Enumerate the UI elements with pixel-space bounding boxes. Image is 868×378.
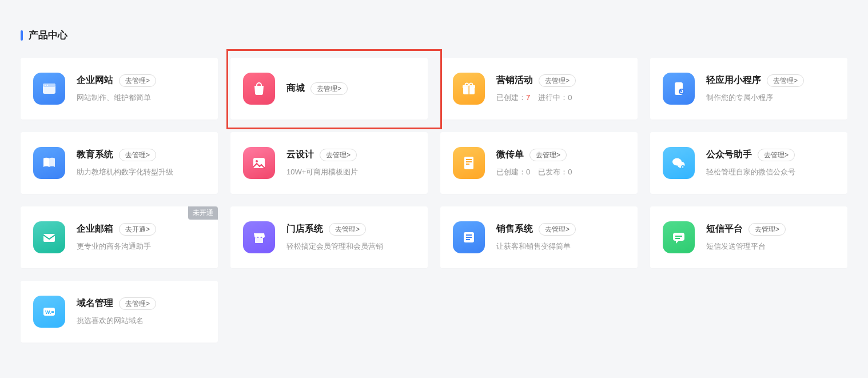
card-head: 云设计去管理> <box>286 149 415 162</box>
image-icon <box>243 147 275 179</box>
svg-rect-6 <box>468 85 470 94</box>
card-title: 营销活动 <box>496 74 533 86</box>
product-card-mail[interactable]: 未开通企业邮箱去开通>更专业的商务沟通助手 <box>21 206 218 268</box>
svg-rect-14 <box>466 161 472 162</box>
product-card-flyer[interactable]: 微传单去管理>已创建：0已发布：0 <box>440 132 638 194</box>
svg-rect-12 <box>464 157 473 169</box>
card-title: 微传单 <box>496 149 524 161</box>
card-body: 销售系统去管理>让获客和销售变得简单 <box>496 223 625 252</box>
card-body: 营销活动去管理>已创建：7进行中：0 <box>496 74 625 104</box>
manage-button[interactable]: 去管理> <box>119 297 156 311</box>
card-title: 轻应用小程序 <box>706 74 761 86</box>
card-body: 公众号助手去管理>轻松管理自家的微信公众号 <box>706 149 835 178</box>
annotation-arrow <box>0 354 868 378</box>
card-subtitle: 让获客和销售变得简单 <box>496 241 625 252</box>
manage-button[interactable]: 去管理> <box>767 74 804 87</box>
svg-point-2 <box>45 85 46 86</box>
card-body: 域名管理去管理>挑选喜欢的网站域名 <box>77 297 205 327</box>
manage-button[interactable]: 去管理> <box>529 149 567 162</box>
product-card-store[interactable]: 门店系统去管理>轻松搞定会员管理和会员营销 <box>230 206 428 268</box>
section-header: 产品中心 <box>21 29 847 42</box>
card-subtitle: 10W+可商用模板图片 <box>286 167 415 177</box>
card-subtitle: 轻松管理自家的微信公众号 <box>706 167 835 177</box>
title-accent-bar <box>21 30 23 41</box>
manage-button[interactable]: 去管理> <box>539 223 576 236</box>
card-head: 企业邮箱去开通> <box>77 223 205 236</box>
product-card-marketing[interactable]: 营销活动去管理>已创建：7进行中：0 <box>440 58 638 120</box>
product-card-domain[interactable]: W.=域名管理去管理>挑选喜欢的网站域名 <box>21 281 218 343</box>
product-card-wechat[interactable]: 公众号助手去管理>轻松管理自家的微信公众号 <box>650 132 847 194</box>
gift-icon <box>453 73 485 105</box>
stat-item: 已创建：7 <box>496 93 530 103</box>
svg-text:W.=: W.= <box>45 309 54 315</box>
stat-value: 7 <box>526 93 530 102</box>
manage-button[interactable]: 去管理> <box>539 74 576 87</box>
manage-button[interactable]: 去管理> <box>119 149 156 162</box>
svg-rect-22 <box>466 234 472 236</box>
book-icon <box>33 147 65 179</box>
product-card-shop[interactable]: 商城去管理> <box>230 58 428 120</box>
card-head: 销售系统去管理> <box>496 223 625 236</box>
card-title: 企业邮箱 <box>77 223 113 235</box>
card-body: 企业网站去管理>网站制作、维护都简单 <box>77 74 205 104</box>
svg-point-11 <box>256 160 258 162</box>
stat-label: 已创建： <box>496 93 526 102</box>
card-title: 企业网站 <box>77 74 113 86</box>
product-card-sms[interactable]: 短信平台去管理>短信发送管理平台 <box>650 206 847 268</box>
manage-button[interactable]: 去管理> <box>748 223 786 236</box>
card-body: 云设计去管理>10W+可商用模板图片 <box>286 149 415 178</box>
card-subtitle: 短信发送管理平台 <box>706 241 835 252</box>
card-stats: 已创建：0已发布：0 <box>496 167 625 177</box>
svg-rect-20 <box>255 238 263 243</box>
bag-icon <box>243 73 275 105</box>
card-body: 门店系统去管理>轻松搞定会员管理和会员营销 <box>286 223 415 252</box>
stat-label: 进行中： <box>538 93 568 102</box>
card-stats: 已创建：7进行中：0 <box>496 93 625 103</box>
manage-button[interactable]: 去管理> <box>310 82 348 96</box>
card-subtitle: 网站制作、维护都简单 <box>77 93 205 103</box>
product-card-miniapp[interactable]: 轻应用小程序去管理>制作您的专属小程序 <box>650 58 847 120</box>
product-card-site[interactable]: 企业网站去管理>网站制作、维护都简单 <box>21 58 218 120</box>
svg-rect-27 <box>675 236 682 237</box>
card-body: 微传单去管理>已创建：0已发布：0 <box>496 149 625 178</box>
wechat-icon <box>663 147 695 179</box>
manage-button[interactable]: 去管理> <box>758 149 795 162</box>
chat-icon <box>663 221 695 253</box>
svg-rect-19 <box>43 234 55 242</box>
card-head: 轻应用小程序去管理> <box>706 74 835 87</box>
list-icon <box>453 221 485 253</box>
card-body: 短信平台去管理>短信发送管理平台 <box>706 223 835 252</box>
window-icon <box>33 73 65 105</box>
product-card-edu[interactable]: 教育系统去管理>助力教培机构数字化转型升级 <box>21 132 218 194</box>
card-subtitle: 轻松搞定会员管理和会员营销 <box>286 241 415 252</box>
card-body: 轻应用小程序去管理>制作您的专属小程序 <box>706 74 835 104</box>
product-card-sales[interactable]: 销售系统去管理>让获客和销售变得简单 <box>440 206 638 268</box>
card-title: 商城 <box>286 82 305 94</box>
svg-rect-23 <box>466 237 472 238</box>
card-subtitle: 挑选喜欢的网站域名 <box>77 316 205 326</box>
card-head: 微传单去管理> <box>496 149 625 162</box>
card-title: 云设计 <box>286 149 314 161</box>
product-card-design[interactable]: 云设计去管理>10W+可商用模板图片 <box>230 132 428 194</box>
stat-value: 0 <box>526 168 530 176</box>
card-head: 公众号助手去管理> <box>706 149 835 162</box>
card-head: 域名管理去管理> <box>77 297 205 311</box>
stat-item: 进行中：0 <box>538 93 572 103</box>
card-subtitle: 更专业的商务沟通助手 <box>77 241 205 252</box>
stat-item: 已创建：0 <box>496 167 530 177</box>
stat-label: 已创建： <box>496 168 526 176</box>
mail-icon <box>33 221 65 253</box>
stat-item: 已发布：0 <box>538 167 572 177</box>
badge-not-open: 未开通 <box>188 206 218 220</box>
stat-value: 0 <box>568 168 572 176</box>
card-title: 公众号助手 <box>706 149 752 161</box>
card-title: 销售系统 <box>496 223 533 235</box>
manage-button[interactable]: 去开通> <box>119 223 156 236</box>
manage-button[interactable]: 去管理> <box>119 74 156 87</box>
section-title: 产品中心 <box>29 29 67 42</box>
card-title: 教育系统 <box>77 149 113 161</box>
product-grid: 企业网站去管理>网站制作、维护都简单商城去管理>营销活动去管理>已创建：7进行中… <box>21 58 847 343</box>
card-subtitle: 助力教培机构数字化转型升级 <box>77 167 205 177</box>
manage-button[interactable]: 去管理> <box>329 223 366 236</box>
manage-button[interactable]: 去管理> <box>320 149 357 162</box>
